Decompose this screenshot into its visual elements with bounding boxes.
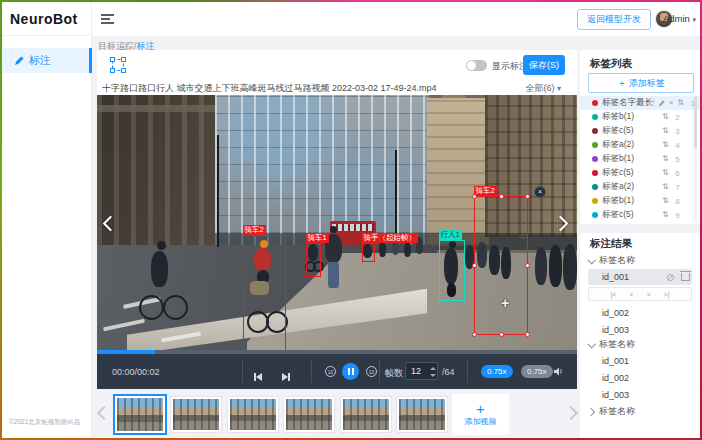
prev-frame-button[interactable] [254,367,262,385]
label-color-dot [592,184,598,190]
result-id-row[interactable]: id_003 [588,322,692,338]
pager-next[interactable]: > [647,291,651,298]
label-order: 3 [673,127,680,136]
annotation-workspace: 显示标注 保存(S) 十字路口路口行人 城市交通上下班高峰斑马线过马路视频 20… [97,50,577,389]
thumbnail[interactable] [227,396,279,433]
thumbnail-selected[interactable] [113,394,167,435]
thumbnail[interactable] [396,396,448,433]
resize-handle[interactable] [525,194,530,199]
thumbnail[interactable] [340,396,392,433]
pedestrian-figure [330,226,337,233]
visibility-icon[interactable] [666,273,675,282]
pager-first[interactable]: |< [611,291,617,298]
sort-icon[interactable]: ⇅ [662,113,669,121]
plus-icon: + [476,402,485,416]
thumbnail[interactable] [170,396,222,433]
forward-10-button[interactable]: 10 [366,366,377,377]
volume-icon[interactable] [553,366,564,377]
resize-handle[interactable] [499,194,504,199]
resize-handle[interactable] [472,332,477,337]
next-frame-button[interactable] [282,367,290,385]
sort-icon[interactable]: ⇅ [662,155,669,163]
add-video-button[interactable]: + 添加视频 [452,394,509,435]
pager-last[interactable]: >| [664,291,670,298]
thumbnail-image [230,399,276,430]
result-id-row[interactable]: id_001 [588,353,692,369]
chevron-down-icon [587,340,595,348]
speed-button-primary[interactable]: 0.75x [481,365,513,378]
result-id-row[interactable]: id_002 [588,305,692,321]
result-group-header[interactable]: 标签名称 [588,338,692,351]
label-color-dot [592,100,598,106]
resize-handle[interactable] [525,332,530,337]
label-list-item[interactable]: 标签b(1) ⇅ 5 [580,152,700,166]
resize-handle[interactable] [472,194,477,199]
label-list-item[interactable]: 标签b(1) ⇅ 8 [580,194,700,208]
show-annotation-toggle[interactable] [466,60,487,71]
delete-box-button[interactable]: × [534,186,546,198]
chevron-down-icon [587,256,595,264]
label-list-item[interactable]: 标签a(2) ⇅ 7 [580,180,700,194]
speed-button-secondary[interactable]: 0.75x [521,365,553,378]
bounding-box-cyclist2-selected[interactable]: 骑车2 [474,196,528,335]
save-button[interactable]: 保存(S) [523,55,565,75]
strip-prev-arrow[interactable] [97,406,111,420]
label-color-dot [592,142,598,148]
pedestrian-jeans [328,262,339,288]
bounding-box-pedestrian1[interactable]: 行人1 [439,240,465,301]
label-list-item[interactable]: 标签a(2) ⇅ 4 [580,138,700,152]
caret-down-icon: ▾ [692,16,696,23]
bus-windows [332,224,374,231]
label-list-item[interactable]: 标签b(1) ⇅ 2 [580,110,700,124]
bounding-box-cyclist2[interactable]: 骑车2 [243,235,286,353]
result-id-row-selected[interactable]: id_001 [588,269,692,285]
label-color-dot [592,170,598,176]
label-list-item[interactable]: 标签c(5) ⇅ 9 [580,208,700,222]
result-id-row[interactable]: id_002 [588,370,692,386]
result-group-header-collapsed[interactable]: 标签名称 [588,405,692,418]
back-to-model-dev-button[interactable]: 返回模型开发 [577,9,651,30]
crosshair-cursor: + [501,295,509,311]
result-group-header[interactable]: 标签名称 [588,254,692,267]
label-list-item[interactable]: 标签c(5) ⇅ 3 [580,124,700,138]
add-label-button[interactable]: ＋ 添加标签 [588,73,694,93]
scrollbar-thumb[interactable] [694,96,697,148]
bounding-box-cyclist1[interactable]: 骑车1 [306,243,321,277]
pause-button[interactable] [342,363,359,380]
sort-icon[interactable]: ⇅ [677,99,684,107]
sort-icon[interactable]: ⇅ [662,141,669,149]
label-list-item[interactable]: 标签c(5) ⇅ 6 [580,166,700,180]
label-list-item[interactable]: 标签名字最长数... × ⇅ 1 [580,96,700,110]
marquee-select-tool-icon[interactable] [109,56,127,74]
resize-cursor: ↔ [518,228,529,240]
top-bar: 返回模型开发 Admin ▾ [92,2,700,37]
sort-icon[interactable]: ⇅ [662,183,669,191]
video-canvas[interactable]: 骑车2 骑车1 骑手（起始帧） 行人1 骑车2 × [97,95,577,354]
resize-handle[interactable] [499,332,504,337]
filter-dropdown[interactable]: 全部(6) ▾ [525,82,561,95]
pager-prev[interactable]: < [629,291,633,298]
scrollbar[interactable] [694,96,697,222]
strip-next-arrow[interactable] [564,406,578,420]
sidebar-item-annotate[interactable]: 标注 [2,48,92,73]
delete-label-icon[interactable]: × [669,99,674,107]
sort-icon[interactable]: ⇅ [662,169,669,177]
collapse-menu-icon[interactable] [101,14,114,26]
thumbnail[interactable] [283,396,335,433]
edit-label-icon[interactable] [658,100,665,107]
video-title: 十字路口路口行人 城市交通上下班高峰斑马线过马路视频 2022-03-02 17… [102,82,502,95]
sort-icon[interactable]: ⇅ [662,211,669,219]
user-menu[interactable]: Admin ▾ [663,13,696,24]
lamp-post [217,135,219,247]
label-order: 5 [673,155,680,164]
result-id-row[interactable]: id_003 [588,387,692,403]
sort-icon[interactable]: ⇅ [662,127,669,135]
bounding-box-rider-start[interactable]: 骑手（起始帧） [362,243,375,262]
trash-icon[interactable] [681,273,690,281]
frame-step-down[interactable] [429,371,437,379]
sort-icon[interactable]: ⇅ [662,197,669,205]
resize-handle[interactable] [472,263,477,268]
app-logo: NeuroBot [10,11,78,27]
rewind-10-button[interactable]: 10 [325,366,336,377]
resize-handle[interactable] [525,263,530,268]
